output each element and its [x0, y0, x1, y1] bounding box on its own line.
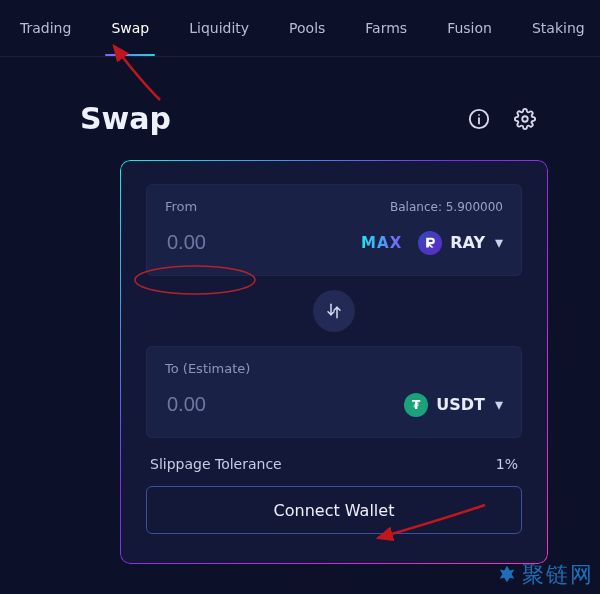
nav-label: Staking: [532, 20, 585, 36]
to-label: To (Estimate): [165, 361, 250, 376]
from-panel: From Balance: 5.900000 MAX RAY ▾: [146, 184, 522, 276]
nav-trading[interactable]: Trading: [0, 0, 91, 56]
nav-label: Pools: [289, 20, 325, 36]
swap-arrows-icon: [325, 302, 343, 320]
info-button[interactable]: [464, 104, 494, 134]
connect-wallet-label: Connect Wallet: [274, 501, 395, 520]
swap-direction-button[interactable]: [313, 290, 355, 332]
nav-farms[interactable]: Farms: [345, 0, 427, 56]
swap-card: From Balance: 5.900000 MAX RAY ▾ To (Est…: [120, 160, 548, 564]
to-amount-input[interactable]: [165, 392, 388, 417]
nav-liquidity[interactable]: Liquidity: [169, 0, 269, 56]
svg-point-2: [478, 113, 480, 115]
nav-label: Trading: [20, 20, 71, 36]
settings-button[interactable]: [510, 104, 540, 134]
to-token-selector[interactable]: ₮ USDT ▾: [404, 393, 503, 417]
page-title: Swap: [80, 101, 171, 136]
slippage-label: Slippage Tolerance: [150, 456, 282, 472]
nav-label: Farms: [365, 20, 407, 36]
to-panel: To (Estimate) ₮ USDT ▾: [146, 346, 522, 438]
header-actions: [464, 104, 540, 134]
info-icon: [468, 108, 490, 130]
nav-label: Liquidity: [189, 20, 249, 36]
nav-label: Fusion: [447, 20, 492, 36]
ray-token-icon: [418, 231, 442, 255]
slippage-row: Slippage Tolerance 1%: [150, 456, 518, 472]
connect-wallet-button[interactable]: Connect Wallet: [146, 486, 522, 534]
top-nav: Trading Swap Liquidity Pools Farms Fusio…: [0, 0, 600, 57]
chevron-down-icon: ▾: [495, 233, 503, 252]
nav-swap[interactable]: Swap: [91, 0, 169, 56]
usdt-token-icon: ₮: [404, 393, 428, 417]
max-button[interactable]: MAX: [361, 234, 402, 252]
gear-icon: [514, 108, 536, 130]
from-token-selector[interactable]: RAY ▾: [418, 231, 503, 255]
svg-point-3: [522, 116, 528, 122]
nav-pools[interactable]: Pools: [269, 0, 345, 56]
chevron-down-icon: ▾: [495, 395, 503, 414]
from-token-symbol: RAY: [450, 233, 485, 252]
to-token-symbol: USDT: [436, 395, 485, 414]
nav-staking[interactable]: Staking: [512, 0, 600, 56]
nav-fusion[interactable]: Fusion: [427, 0, 512, 56]
from-label: From: [165, 199, 197, 214]
from-amount-input[interactable]: [165, 230, 351, 255]
nav-label: Swap: [111, 20, 149, 36]
watermark-icon: [496, 564, 518, 586]
slippage-value: 1%: [496, 456, 518, 472]
watermark: 聚链网: [496, 560, 594, 590]
from-balance: Balance: 5.900000: [390, 200, 503, 214]
page-header: Swap: [0, 57, 600, 160]
